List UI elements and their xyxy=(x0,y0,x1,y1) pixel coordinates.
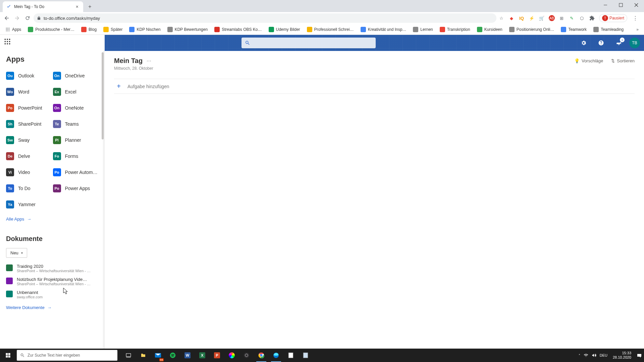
bookmark-item[interactable]: Udemy Bilder xyxy=(266,25,303,34)
app-item[interactable]: TeTeams xyxy=(53,117,99,131)
announcements-button[interactable]: 1 xyxy=(610,35,627,51)
extensions-icon[interactable] xyxy=(589,15,595,21)
powerpoint-button[interactable]: P xyxy=(210,349,224,362)
forward-button[interactable] xyxy=(13,13,21,23)
app-item[interactable]: ViVideo xyxy=(6,166,52,179)
bookmark-item[interactable]: Streamlabs OBS Ko… xyxy=(212,25,264,34)
document-item[interactable]: Unbenanntsway.office.com xyxy=(6,290,98,299)
app-item[interactable]: PoPower Apps xyxy=(53,182,99,195)
extension-icon[interactable]: AB xyxy=(549,15,555,21)
mail-button[interactable]: 94 xyxy=(151,349,165,362)
help-button[interactable] xyxy=(593,35,609,51)
reload-button[interactable] xyxy=(23,13,32,23)
app-item[interactable]: WoWord xyxy=(6,85,52,99)
tab-close-button[interactable]: × xyxy=(74,4,80,9)
task-view-button[interactable] xyxy=(121,349,136,362)
suggestions-button[interactable]: 💡 Vorschläge xyxy=(574,58,603,63)
bookmark-item[interactable]: Blog xyxy=(78,25,99,34)
svg-rect-33 xyxy=(6,356,8,358)
time-text: 15:33 xyxy=(613,351,631,355)
app-item[interactable]: ExExcel xyxy=(53,85,99,99)
start-button[interactable] xyxy=(0,349,16,362)
taskbar-app-button[interactable] xyxy=(284,349,298,362)
app-item[interactable]: PlPlanner xyxy=(53,133,99,147)
browser-tab[interactable]: Mein Tag - To Do × xyxy=(3,1,83,12)
bookmark-item[interactable]: KDP Bewertungen xyxy=(165,25,211,34)
list-options-button[interactable]: ⋯ xyxy=(147,58,151,64)
edge-button[interactable] xyxy=(269,349,283,362)
app-item[interactable]: FoForms xyxy=(53,149,99,163)
bookmark-item[interactable]: Kursideen xyxy=(474,25,505,34)
apps-shortcut[interactable]: Apps xyxy=(3,26,24,33)
url-input[interactable]: to-do.office.com/tasks/myday xyxy=(34,13,496,23)
extension-icon[interactable]: 🛒 xyxy=(539,15,545,21)
bookmarks-overflow-button[interactable]: » xyxy=(634,26,641,33)
taskbar-app-button[interactable] xyxy=(299,349,313,362)
language-indicator[interactable]: DEU xyxy=(600,353,607,357)
add-task-row[interactable]: + xyxy=(114,79,635,94)
profile-button[interactable]: T Pausiert xyxy=(599,14,627,22)
volume-icon[interactable] xyxy=(592,353,596,358)
search-input[interactable] xyxy=(241,38,376,48)
account-avatar[interactable]: TB xyxy=(629,38,640,48)
plus-icon: + xyxy=(115,82,122,90)
bookmark-item[interactable]: Positionierung Onli… xyxy=(506,25,557,34)
app-label: To Do xyxy=(18,186,31,191)
app-item[interactable]: ShSharePoint xyxy=(6,117,52,131)
browser-menu-button[interactable]: ⋮ xyxy=(631,15,639,21)
extension-icon[interactable]: ⚡ xyxy=(529,15,535,21)
star-icon[interactable]: ☆ xyxy=(498,15,504,21)
minimize-button[interactable] xyxy=(598,0,613,10)
sort-button[interactable]: ⇅ Sortieren xyxy=(611,58,635,63)
close-window-button[interactable] xyxy=(629,0,644,10)
bookmark-item[interactable]: Teamwork xyxy=(558,25,589,34)
wifi-icon[interactable] xyxy=(584,353,588,357)
bookmark-item[interactable]: Produktsuche - Mer… xyxy=(25,25,77,34)
extension-icon[interactable]: ✎ xyxy=(569,15,575,21)
windows-search-input[interactable]: Zur Suche Text hier eingeben xyxy=(17,350,117,361)
new-document-button[interactable]: Neu ▾ xyxy=(6,248,27,258)
file-explorer-button[interactable] xyxy=(136,349,150,362)
app-item[interactable]: SwSway xyxy=(6,133,52,147)
extension-icon[interactable]: IQ xyxy=(519,15,525,21)
bookmark-item[interactable]: Später xyxy=(101,25,125,34)
clock[interactable]: 15:33 28.10.2020 xyxy=(611,351,633,360)
bookmark-item[interactable]: Teamleading xyxy=(591,25,626,34)
bookmark-item[interactable]: Kreativität und Insp… xyxy=(358,25,409,34)
document-item[interactable]: Notizbuch für Projektplanung Vide…ShareP… xyxy=(6,277,98,286)
app-item[interactable]: PoPowerPoint xyxy=(6,101,52,115)
app-item[interactable]: OnOneDrive xyxy=(53,69,99,82)
app-item[interactable]: YaYammer xyxy=(6,198,52,211)
spotify-button[interactable] xyxy=(166,349,180,362)
tray-overflow-icon[interactable]: ˄ xyxy=(579,354,580,357)
app-item[interactable]: PoPower Autom… xyxy=(53,166,99,179)
app-icon: Vi xyxy=(6,168,14,176)
more-documents-link[interactable]: Weitere Dokumente → xyxy=(6,305,98,310)
obs-button[interactable] xyxy=(239,349,254,362)
word-button[interactable]: W xyxy=(180,349,195,362)
app-item[interactable]: OnOneNote xyxy=(53,101,99,115)
maximize-button[interactable] xyxy=(613,0,629,10)
all-apps-link[interactable]: Alle Apps → xyxy=(6,217,98,222)
bookmark-item[interactable]: Transkription xyxy=(437,25,473,34)
excel-button[interactable]: X xyxy=(195,349,209,362)
extension-icon[interactable]: ⬡ xyxy=(579,15,585,21)
chrome-button[interactable] xyxy=(254,349,268,362)
extension-icon[interactable]: ⊞ xyxy=(559,15,565,21)
app-item[interactable]: DeDelve xyxy=(6,149,52,163)
new-tab-button[interactable]: + xyxy=(85,2,95,11)
bookmark-item[interactable]: KDP Nischen xyxy=(126,25,163,34)
notifications-icon[interactable] xyxy=(637,353,642,358)
settings-button[interactable] xyxy=(576,35,592,51)
bookmark-item[interactable]: Lernen xyxy=(410,25,435,34)
app-launcher-button[interactable] xyxy=(4,38,11,45)
bookmark-item[interactable]: Professionell Schrei… xyxy=(304,25,357,34)
app-item[interactable]: OuOutlook xyxy=(6,69,52,82)
document-item[interactable]: Traiding 2020SharePoint – Wirtschaftsuni… xyxy=(6,264,98,273)
taskbar-app-button[interactable] xyxy=(225,349,239,362)
back-button[interactable] xyxy=(3,13,11,23)
scrollbar-thumb[interactable] xyxy=(102,52,104,139)
app-item[interactable]: ToTo Do xyxy=(6,182,52,195)
extension-icon[interactable]: ◆ xyxy=(508,15,515,21)
add-task-input[interactable] xyxy=(127,84,262,89)
